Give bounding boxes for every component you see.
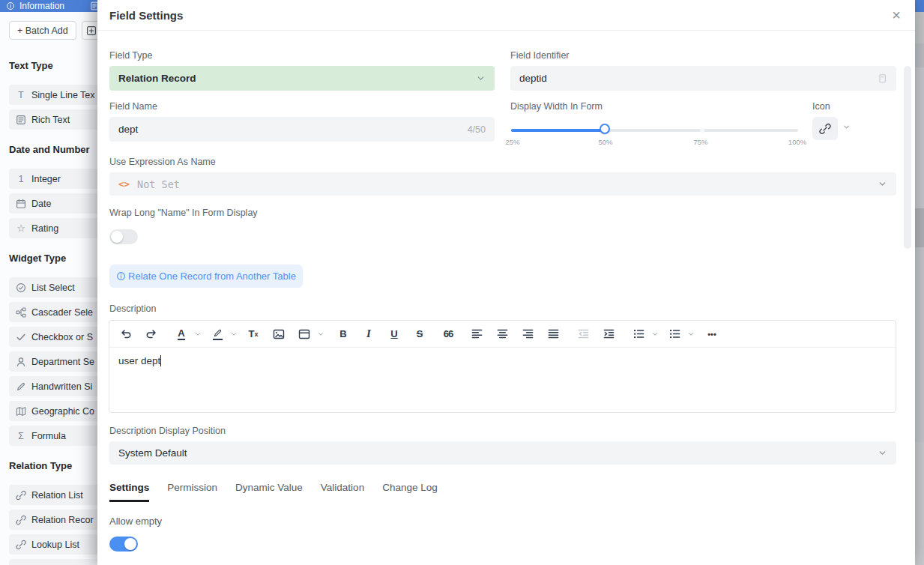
sidebar-item-geographic-coordinates[interactable]: Geographic Co bbox=[9, 401, 103, 421]
relate-record-label: Relate One Record from Another Table bbox=[128, 271, 296, 282]
copy-icon[interactable] bbox=[877, 73, 887, 84]
slider-tick-75: 75% bbox=[693, 138, 707, 146]
check-icon bbox=[16, 332, 26, 342]
align-center-icon[interactable] bbox=[493, 325, 511, 343]
wrap-long-toggle[interactable] bbox=[109, 229, 138, 244]
insert-image-icon[interactable] bbox=[270, 325, 288, 343]
field-name-value: dept bbox=[118, 124, 138, 135]
chevron-down-icon[interactable] bbox=[686, 325, 695, 343]
page-scrollbar-thumb[interactable] bbox=[915, 208, 924, 247]
indent-icon[interactable] bbox=[600, 325, 617, 343]
sidebar-item-rich-text[interactable]: Rich Text bbox=[9, 109, 103, 130]
field-identifier-input[interactable]: deptid bbox=[510, 66, 896, 91]
icon-picker-button[interactable] bbox=[812, 117, 838, 140]
tab-change-log[interactable]: Change Log bbox=[382, 482, 438, 502]
undo-icon[interactable] bbox=[117, 325, 135, 343]
plus-square-icon bbox=[86, 25, 97, 36]
redo-icon[interactable] bbox=[142, 325, 160, 343]
sidebar-item-single-line-text[interactable]: TSingle Line Tex bbox=[9, 85, 103, 105]
chevron-down-icon[interactable] bbox=[650, 325, 659, 343]
toggle-knob bbox=[124, 538, 136, 550]
sidebar-item-partial[interactable] bbox=[9, 559, 103, 565]
display-width-slider[interactable]: 25% 50% 75% 100% bbox=[511, 117, 798, 144]
section-title-relation-type: Relation Type bbox=[9, 460, 72, 471]
sidebar-item-cascader-select[interactable]: Cascader Sele bbox=[9, 302, 103, 322]
underline-icon[interactable]: U bbox=[385, 325, 403, 343]
calendar-icon bbox=[16, 199, 26, 209]
field-name-label: Field Name bbox=[109, 101, 157, 112]
chevron-down-icon[interactable] bbox=[193, 325, 202, 343]
screen: Information + Batch Add Text Type TSingl… bbox=[0, 0, 924, 565]
sidebar-item-relation-record[interactable]: Relation Recor bbox=[9, 510, 103, 530]
batch-add-button[interactable]: + Batch Add bbox=[9, 21, 76, 40]
description-textarea[interactable]: user dept bbox=[109, 348, 896, 413]
ordered-list-icon[interactable] bbox=[629, 325, 647, 343]
modal-header: Field Settings × bbox=[97, 0, 915, 31]
chevron-down-icon[interactable] bbox=[316, 325, 325, 343]
description-position-label: Description Display Position bbox=[109, 426, 226, 436]
close-icon[interactable]: × bbox=[886, 4, 907, 25]
align-left-icon[interactable] bbox=[468, 325, 486, 343]
sidebar-item-rating[interactable]: ☆Rating bbox=[9, 218, 103, 238]
strip-seg bbox=[915, 43, 924, 67]
strip-seg bbox=[915, 442, 924, 565]
insert-table-icon[interactable] bbox=[295, 325, 313, 343]
sidebar-item-formula[interactable]: ΣFormula bbox=[9, 426, 103, 446]
rich-text-icon bbox=[16, 115, 26, 125]
field-type-value: Relation Record bbox=[118, 73, 196, 84]
relate-record-button[interactable]: Relate One Record from Another Table bbox=[109, 265, 303, 288]
highlight-icon[interactable] bbox=[208, 325, 226, 343]
slider-handle[interactable] bbox=[600, 124, 610, 134]
icon-picker-chevron-icon[interactable] bbox=[842, 123, 851, 131]
clear-format-icon[interactable]: Tx bbox=[244, 325, 262, 343]
more-options-icon[interactable]: ••• bbox=[703, 325, 721, 343]
page-title: Information bbox=[19, 1, 64, 11]
allow-empty-toggle[interactable] bbox=[109, 537, 138, 552]
sidebar-item-date[interactable]: Date bbox=[9, 193, 103, 214]
chevron-down-icon[interactable] bbox=[229, 325, 238, 343]
sidebar-item-integer[interactable]: 1Integer bbox=[9, 169, 103, 189]
info-circle-icon bbox=[6, 1, 15, 10]
chevron-down-icon bbox=[878, 179, 887, 189]
section-title-widget-type: Widget Type bbox=[9, 253, 66, 264]
sidebar-item-relation-list[interactable]: Relation List bbox=[9, 485, 103, 505]
sidebar-item-lookup-list[interactable]: Lookup List bbox=[9, 534, 103, 555]
sidebar-item-list-select[interactable]: List Select bbox=[9, 277, 103, 297]
tab-settings[interactable]: Settings bbox=[109, 482, 149, 502]
font-color-icon[interactable]: A bbox=[172, 325, 190, 343]
slider-fill bbox=[511, 129, 606, 132]
chevron-down-icon bbox=[476, 73, 486, 83]
strip-seg bbox=[915, 12, 924, 43]
tab-permission[interactable]: Permission bbox=[167, 482, 217, 502]
field-type-select[interactable]: Relation Record bbox=[109, 66, 495, 91]
sidebar-item-checkbox-switch[interactable]: Checkbox or S bbox=[9, 327, 103, 347]
header-strip bbox=[915, 0, 924, 12]
blockquote-icon[interactable]: 66 bbox=[439, 325, 457, 343]
use-expression-label: Use Expression As Name bbox=[109, 157, 216, 167]
unordered-list-icon[interactable] bbox=[665, 325, 683, 343]
text-type-icon: T bbox=[16, 90, 26, 100]
link-icon bbox=[16, 540, 26, 550]
strikethrough-icon[interactable]: S bbox=[411, 325, 429, 343]
person-icon bbox=[16, 357, 26, 367]
page-scroll-strip bbox=[915, 0, 924, 565]
check-circle-icon bbox=[16, 282, 26, 293]
editor-toolbar: A Tx B I U S 66 bbox=[109, 321, 896, 348]
description-position-select[interactable]: System Default bbox=[109, 441, 896, 465]
align-justify-icon[interactable] bbox=[544, 325, 562, 343]
field-name-input[interactable]: dept 4/50 bbox=[109, 117, 495, 142]
use-expression-select[interactable]: <> Not Set bbox=[109, 172, 896, 196]
description-label: Description bbox=[109, 303, 157, 314]
sidebar-item-handwritten-signature[interactable]: Handwritten Si bbox=[9, 376, 103, 396]
tree-icon bbox=[16, 307, 26, 318]
modal-scrollbar-thumb[interactable] bbox=[904, 66, 911, 249]
bold-icon[interactable]: B bbox=[334, 325, 352, 343]
align-right-icon[interactable] bbox=[519, 325, 537, 343]
tab-dynamic-value[interactable]: Dynamic Value bbox=[235, 482, 303, 502]
pen-icon bbox=[16, 381, 26, 392]
italic-icon[interactable]: I bbox=[360, 325, 378, 343]
text-cursor bbox=[160, 355, 161, 366]
icon-label: Icon bbox=[812, 101, 830, 112]
sidebar-item-department-select[interactable]: Department Se bbox=[9, 351, 103, 372]
tab-validation[interactable]: Validation bbox=[321, 482, 364, 502]
